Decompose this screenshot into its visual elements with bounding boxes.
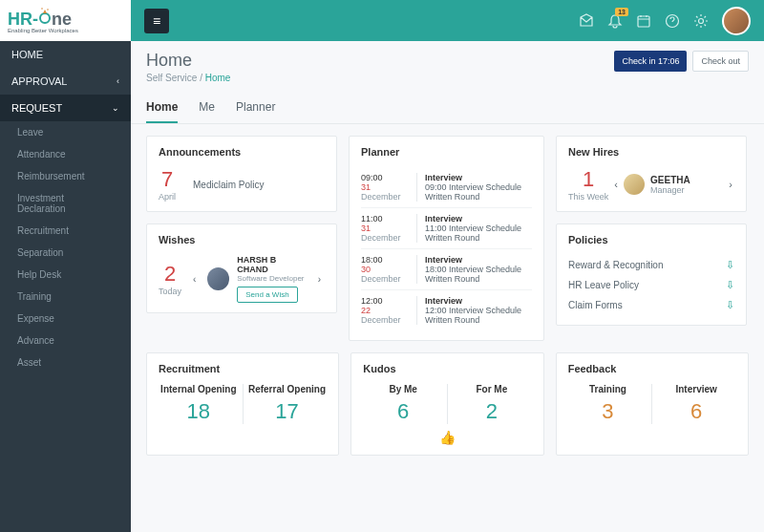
breadcrumb: Self Service / Home xyxy=(146,73,230,83)
wish-role: Software Developer xyxy=(237,274,306,283)
planner-item[interactable]: 11:00 31 December Interview 11:00 Interv… xyxy=(361,208,532,249)
policy-label[interactable]: Claim Forms xyxy=(568,300,623,310)
hamburger-button[interactable]: ≡ xyxy=(144,9,169,33)
stat-kudos-forme[interactable]: For Me 2 xyxy=(452,384,532,424)
divider xyxy=(651,384,652,424)
announcements-card: Announcements 7 April Mediclaim Policy xyxy=(146,136,337,212)
wish-name: HARSH B CHAND xyxy=(237,255,306,274)
user-avatar[interactable] xyxy=(722,7,751,35)
tab-me[interactable]: Me xyxy=(199,93,215,123)
logo-tagline: Enabling Better Workplaces xyxy=(8,28,78,33)
logo-spark-icon xyxy=(38,8,52,25)
divider xyxy=(447,384,448,424)
nav-sub-leave[interactable]: Leave xyxy=(0,121,131,143)
logo: HR- ne xyxy=(8,8,78,30)
planner-card: Planner 09:00 31 December Interview 09:0… xyxy=(349,136,544,341)
page-title: Home xyxy=(146,51,230,71)
planner-desc: Interview 18:00 Interview Schedule Writt… xyxy=(416,255,532,284)
mail-icon[interactable] xyxy=(579,13,594,29)
content: Announcements 7 April Mediclaim Policy W… xyxy=(131,124,764,532)
feedback-title: Feedback xyxy=(568,363,736,374)
main: ≡ 13 Home Self Service / Home Check in 1… xyxy=(131,0,764,532)
gear-icon[interactable] xyxy=(693,13,709,29)
nav-sub-recruitment[interactable]: Recruitment xyxy=(0,220,131,242)
nav-sub-helpdesk[interactable]: Help Desk xyxy=(0,264,131,286)
logo-part2: ne xyxy=(52,10,72,30)
stat-feedback-interview[interactable]: Interview 6 xyxy=(656,384,736,424)
nav-sub-attendance[interactable]: Attendance xyxy=(0,143,131,165)
header-buttons: Check in 17:06 Check out xyxy=(614,51,749,72)
policy-label[interactable]: Reward & Recognition xyxy=(568,260,664,270)
tab-planner[interactable]: Planner xyxy=(236,93,275,123)
row-2: Recruitment Internal Opening 18 Referral… xyxy=(146,352,749,456)
policy-row: Reward & Recognition⇩ xyxy=(568,255,734,275)
hire-person: GEETHA Manager xyxy=(624,174,723,195)
logo-part1: HR- xyxy=(8,10,38,30)
wish-prev-icon[interactable]: ‹ xyxy=(189,270,200,288)
svg-point-2 xyxy=(47,9,49,11)
sidebar: HR- ne Enabling Better Workplaces HOME A… xyxy=(0,0,131,532)
row-1: Announcements 7 April Mediclaim Policy W… xyxy=(146,136,749,341)
recruitment-title: Recruitment xyxy=(159,363,327,374)
send-wish-button[interactable]: Send a Wish xyxy=(237,287,297,303)
stat-internal[interactable]: Internal Opening 18 xyxy=(159,384,239,424)
svg-point-0 xyxy=(40,13,50,23)
policies-card: Policies Reward & Recognition⇩ HR Leave … xyxy=(556,223,747,326)
nav-sub-asset[interactable]: Asset xyxy=(0,351,131,373)
nav-sub-separation[interactable]: Separation xyxy=(0,242,131,264)
nav-home[interactable]: HOME xyxy=(0,41,131,68)
hire-prev-icon[interactable]: ‹ xyxy=(612,177,620,192)
newhires-title: New Hires xyxy=(568,146,734,158)
kudos-title: Kudos xyxy=(363,363,531,374)
nav-sub-investment-declaration[interactable]: Investment Declaration xyxy=(0,187,131,220)
stat-feedback-training[interactable]: Training 3 xyxy=(568,384,648,424)
planner-desc: Interview 11:00 Interview Schedule Writt… xyxy=(416,214,532,243)
chevron-down-icon: ⌄ xyxy=(112,103,119,113)
wish-next-icon[interactable]: › xyxy=(314,270,325,288)
stat-referral[interactable]: Referral Opening 17 xyxy=(247,384,328,424)
kudos-card: Kudos By Me 6 For Me 2 👍 xyxy=(350,352,543,456)
planner-title: Planner xyxy=(361,146,532,158)
planner-item[interactable]: 09:00 31 December Interview 09:00 Interv… xyxy=(361,167,532,208)
calendar-icon[interactable] xyxy=(636,13,651,29)
nav-sub-reimbursement[interactable]: Reimbursement xyxy=(0,165,131,187)
announcements-title: Announcements xyxy=(159,146,325,158)
logo-area: HR- ne Enabling Better Workplaces xyxy=(0,0,131,41)
newhires-card: New Hires 1 This Week ‹ GEETHA Manager xyxy=(556,136,747,212)
stat-kudos-byme[interactable]: By Me 6 xyxy=(363,384,443,424)
nav-approval[interactable]: APPROVAL‹ xyxy=(0,68,131,95)
download-icon[interactable]: ⇩ xyxy=(726,279,734,291)
planner-desc: Interview 12:00 Interview Schedule Writt… xyxy=(416,296,532,325)
tab-home[interactable]: Home xyxy=(146,93,178,123)
nav-sub-advance[interactable]: Advance xyxy=(0,330,131,351)
nav-sub-training[interactable]: Training xyxy=(0,286,131,308)
checkin-button[interactable]: Check in 17:06 xyxy=(614,51,687,72)
download-icon[interactable]: ⇩ xyxy=(726,299,734,311)
help-icon[interactable] xyxy=(665,13,680,29)
planner-time: 09:00 31 December xyxy=(361,173,407,202)
svg-point-1 xyxy=(41,8,43,10)
nav-sub-expense[interactable]: Expense xyxy=(0,308,131,330)
checkout-button[interactable]: Check out xyxy=(692,51,749,72)
download-icon[interactable]: ⇩ xyxy=(726,259,734,271)
policies-title: Policies xyxy=(568,234,734,245)
feedback-card: Feedback Training 3 Interview 6 xyxy=(556,352,749,456)
hire-next-icon[interactable]: › xyxy=(727,177,734,192)
hamburger-icon: ≡ xyxy=(153,13,160,29)
announcement-date: 7 April xyxy=(159,167,176,202)
bell-icon[interactable]: 13 xyxy=(607,13,623,29)
planner-item[interactable]: 18:00 30 December Interview 18:00 Interv… xyxy=(361,249,532,290)
thumbs-up-icon[interactable]: 👍 xyxy=(363,430,531,445)
policy-label[interactable]: HR Leave Policy xyxy=(568,280,639,290)
announcement-text[interactable]: Mediclaim Policy xyxy=(193,180,264,190)
wishes-date: 2 Today xyxy=(159,262,181,296)
topbar-right: 13 xyxy=(579,7,751,35)
wish-person: HARSH B CHAND Software Developer Send a … xyxy=(207,255,306,303)
notification-badge: 13 xyxy=(615,8,628,16)
recruitment-card: Recruitment Internal Opening 18 Referral… xyxy=(146,352,339,456)
wishes-card: Wishes 2 Today ‹ HARSH B CHAND Software … xyxy=(146,223,337,313)
nav-request[interactable]: REQUEST⌄ xyxy=(0,95,131,121)
breadcrumb-base[interactable]: Self Service xyxy=(146,73,197,83)
planner-item[interactable]: 12:00 22 December Interview 12:00 Interv… xyxy=(361,290,532,330)
policy-row: HR Leave Policy⇩ xyxy=(568,275,734,295)
